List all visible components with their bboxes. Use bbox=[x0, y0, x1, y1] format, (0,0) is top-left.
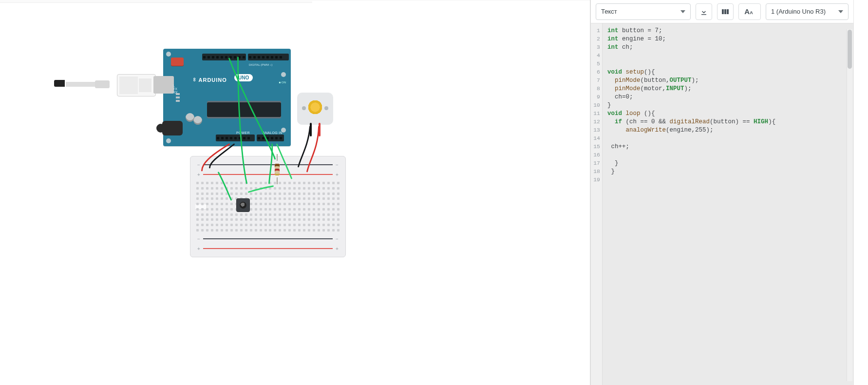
usb-connector[interactable] bbox=[117, 74, 156, 96]
library-icon bbox=[721, 8, 729, 15]
code-lines[interactable]: int button = 7;int engine = 10;int ch;vo… bbox=[603, 23, 780, 385]
board-select-label: 1 (Arduino Uno R3) bbox=[771, 8, 826, 15]
download-code-button[interactable] bbox=[696, 3, 712, 20]
libraries-button[interactable] bbox=[717, 3, 734, 20]
usb-cable[interactable] bbox=[66, 79, 94, 93]
arduino-usb-port bbox=[153, 76, 174, 94]
svg-rect-1 bbox=[724, 9, 726, 14]
components-panel-collapsed[interactable] bbox=[853, 0, 868, 385]
code-mode-dropdown[interactable]: Текст bbox=[596, 3, 691, 20]
code-panel: Текст AA 1 (Arduino Uno R3) 123456789101… bbox=[590, 0, 853, 385]
arduino-on-label: ■ ON bbox=[279, 81, 286, 84]
component-resistor[interactable] bbox=[275, 161, 280, 180]
arduino-power-jack bbox=[162, 121, 183, 135]
code-editor[interactable]: 12345678910111213141516171819 int button… bbox=[591, 23, 853, 385]
arduino-digital-pins-b[interactable] bbox=[248, 54, 289, 60]
circuit-canvas[interactable]: ∞ ARDUINO UNO LTXRX DIGITAL (PWM ~) ■ ON… bbox=[0, 0, 590, 385]
download-icon bbox=[700, 8, 708, 16]
svg-rect-0 bbox=[722, 9, 724, 14]
text-size-button[interactable]: AA bbox=[738, 3, 761, 20]
board-select-dropdown[interactable]: 1 (Arduino Uno R3) bbox=[766, 3, 849, 20]
arduino-analog-pins[interactable] bbox=[257, 135, 284, 141]
arduino-power-label: POWER bbox=[236, 131, 250, 135]
code-mode-label: Текст bbox=[601, 8, 617, 15]
arduino-power-pins[interactable] bbox=[216, 135, 255, 141]
chevron-down-icon bbox=[680, 10, 685, 13]
arduino-brand-label: ∞ ARDUINO bbox=[192, 77, 227, 83]
arduino-uno-label: UNO bbox=[234, 74, 253, 81]
component-arduino-uno[interactable]: ∞ ARDUINO UNO LTXRX DIGITAL (PWM ~) ■ ON… bbox=[163, 49, 291, 146]
component-dc-motor[interactable] bbox=[297, 93, 333, 125]
component-pushbutton[interactable] bbox=[237, 199, 249, 212]
code-toolbar: Текст AA 1 (Arduino Uno R3) bbox=[591, 0, 853, 23]
arduino-mcu-chip bbox=[207, 102, 281, 117]
arduino-digital-label: DIGITAL (PWM ~) bbox=[249, 63, 272, 66]
line-number-gutter: 12345678910111213141516171819 bbox=[591, 23, 603, 385]
arduino-txrx-label: LTXRX bbox=[173, 84, 178, 94]
arduino-reset-button[interactable] bbox=[171, 58, 184, 66]
svg-rect-2 bbox=[727, 9, 729, 14]
toolbar-fragment bbox=[0, 0, 312, 3]
chevron-down-icon bbox=[838, 10, 843, 13]
motor-shaft-icon bbox=[307, 99, 323, 116]
arduino-digital-pins-a[interactable] bbox=[202, 54, 246, 60]
component-breadboard[interactable]: −− ++ −− ++ bbox=[190, 156, 346, 257]
text-size-icon: AA bbox=[744, 7, 753, 16]
editor-scrollbar[interactable] bbox=[847, 29, 852, 381]
arduino-analog-label: ANALOG IN bbox=[263, 131, 283, 135]
